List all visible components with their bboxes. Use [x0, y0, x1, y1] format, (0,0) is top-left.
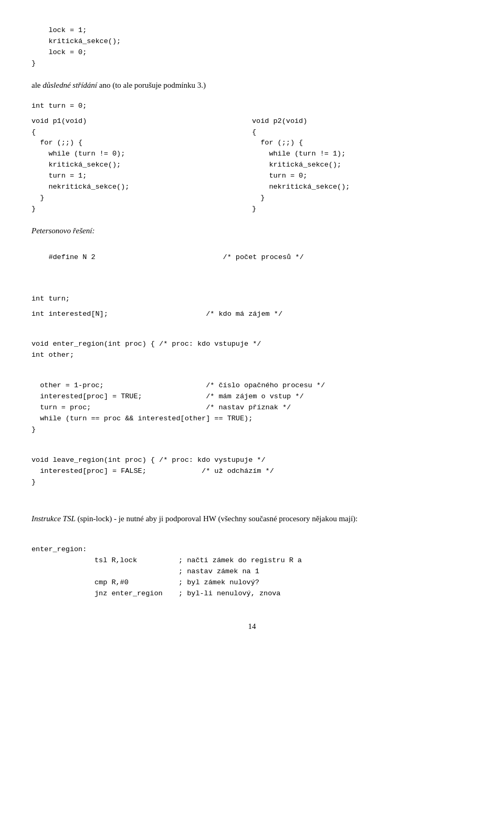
asm-jnz-comment: ; byl-li nenulový, znova [178, 588, 472, 599]
asm-nastav-comment: ; nastav zámek na 1 [178, 566, 472, 577]
p2-code: void p2(void) { for (;;) { while (turn !… [252, 116, 472, 215]
asm-cmp-comment: ; byl zámek nulový? [178, 577, 472, 588]
peterson-label: Petersonovo řešení: [32, 224, 472, 237]
asm-row-2: ; nastav zámek na 1 [32, 566, 472, 577]
define-n: #define N 2 /* počet procesů */ [32, 241, 472, 274]
leave-region: void leave_region(int proc) { /* proc: k… [32, 455, 472, 488]
tsl-text: Instrukce TSL (spin-lock) - je nutné aby… [32, 512, 472, 525]
text-alternation: ale důsledné střídání ano (to ale porušu… [32, 79, 472, 91]
asm-jnz-instr: jnz enter_region [94, 588, 178, 599]
asm-tsl-comment: ; načti zámek do registru R a [178, 555, 472, 566]
page-content: lock = 1; kritická_sekce(); lock = 0; } … [32, 25, 472, 632]
tsl-rest: (spin-lock) - je nutné aby ji podporoval… [76, 514, 358, 523]
int-turn-init: int turn = 0; [32, 101, 472, 112]
blank2 [32, 324, 472, 335]
blank6 [32, 529, 472, 540]
define-code: #define N 2 /* počet procesů */ [48, 253, 303, 261]
int-turn: int turn; [32, 294, 472, 305]
asm-row-1: tsl R,lock ; načti zámek do registru R a [32, 555, 472, 566]
enter-region-body: other = 1-proc; /* číslo opačného proces… [32, 380, 472, 436]
page-number: 14 [32, 621, 472, 633]
blank5 [32, 492, 472, 503]
code-top: lock = 1; kritická_sekce(); lock = 0; } [32, 25, 472, 69]
asm-enter-label: enter_region: [32, 544, 87, 555]
rest-text: ano (to ale porušuje podmínku 3.) [99, 81, 206, 89]
asm-row-3: cmp R,#0 ; byl zámek nulový? [32, 577, 472, 588]
blank1 [32, 278, 472, 290]
enter-region-sig: void enter_region(int proc) { /* proc: k… [32, 339, 472, 361]
asm-section: enter_region: tsl R,lock ; načti zámek d… [32, 544, 472, 599]
int-interested: int interested[N]; /* kdo má zájem */ [32, 309, 472, 320]
asm-cmp-instr: cmp R,#0 [94, 577, 178, 588]
tsl-italic: Instrukce TSL [32, 514, 76, 523]
blank4 [32, 440, 472, 451]
asm-label-row: enter_region: [32, 544, 472, 555]
two-col-code: void p1(void) { for (;;) { while (turn !… [32, 116, 472, 215]
p1-code: void p1(void) { for (;;) { while (turn !… [32, 116, 252, 215]
italic-text: důsledné střídání [43, 81, 97, 89]
asm-row-4: jnz enter_region ; byl-li nenulový, znov… [32, 588, 472, 599]
blank3 [32, 365, 472, 376]
asm-tsl-instr: tsl R,lock [94, 555, 178, 566]
